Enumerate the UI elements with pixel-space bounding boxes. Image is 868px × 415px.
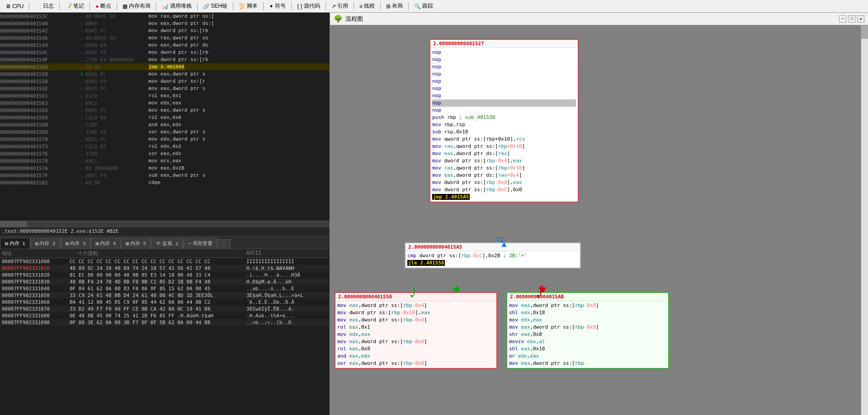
disasm-row[interactable]: 0000000000401545 . 48:8B45 10 mov rax,qw… [0, 34, 330, 42]
mem-addr: 00007FF902331030 [2, 279, 70, 285]
flow-line-jmp: jmp 2.4015A5 [432, 193, 576, 201]
mem-ascii: H.D$pM.ø.Á...ôH [246, 279, 328, 285]
disasm-row[interactable]: 000000000040154C . 8945 F8 mov dword ptr… [0, 49, 330, 56]
memory-row[interactable]: 00007FF902331050 33 C9 24 61 48 8B D4 24… [0, 292, 330, 299]
flow-graph-content[interactable]: 2.000000000401527 nop nop nop nop nop no… [330, 25, 868, 415]
flow-graph-titlebar: 🌳 流程图 — □ ✕ [330, 13, 868, 25]
flow-line: nop [432, 78, 576, 85]
cpu-tab[interactable]: 🖥 CPU [2, 2, 27, 10]
seh-tab[interactable]: 🔗 SEH链 [199, 1, 231, 11]
scrollbar-thumb-v[interactable] [861, 25, 868, 39]
source-tab[interactable]: { } 源代码 [293, 1, 323, 11]
memory-row[interactable]: 00007FF902331080 0E 48 8B 45 00 74 25 41… [0, 312, 330, 319]
status-bar: .text:000000000040152E 2.exe:$152E #B2E [0, 227, 330, 236]
disasm-row[interactable]: 000000000040157F . 2B45 F4 sub eax,dword… [0, 172, 330, 179]
disasm-row[interactable]: 000000000040156B . 21D0 and eax,edx [0, 121, 330, 128]
disasm-row[interactable]: 0000000000401549 . 8B40 04 mov eax,dword… [0, 42, 330, 49]
disasm-row[interactable]: 000000000040157A . B8 2B000000 mov eax,0… [0, 165, 330, 172]
memory3-tab[interactable]: ▦ 内存 3 [61, 238, 91, 249]
disasm-row[interactable]: 000000000040154F . C745 F4 00000000 mov … [0, 56, 330, 63]
flow-node-2[interactable]: 2.00000000004015A5 cmp dword ptr ss:[rbp… [405, 242, 581, 269]
scrollbar-thumb[interactable] [0, 221, 27, 227]
mem-ascii: 3É$aH.Ô$aH.L...>ã×L [246, 292, 328, 298]
mem3-icon: ▦ [66, 241, 69, 246]
disasm-addr: 0000000000401563 [0, 100, 80, 106]
memory-row[interactable]: 00007FF902331030 48 8B F4 24 70 4D 8B F8… [0, 278, 330, 285]
thread-tab[interactable]: ≡ 线程 [356, 1, 378, 11]
flow-node-3[interactable]: 2.0000000000401558 mov eax,dword ptr ss:… [335, 292, 497, 369]
flow-node-1-header: 2.000000000401527 [430, 40, 578, 48]
note-icon: 📝 [65, 3, 72, 9]
more-icon: … [222, 241, 226, 247]
disasm-row[interactable]: 0000000000401576 . 31D0 xor eax,edx [0, 150, 330, 157]
note-tab[interactable]: 📝 笔记 [61, 1, 88, 11]
disasm-addr: 000000000040156D [0, 129, 80, 135]
symbol-tab[interactable]: ✦ 符号 [265, 1, 289, 11]
mem-ascii: ..ab....ú...b..E [246, 286, 328, 292]
memory-row[interactable]: 00007FF902331010 48 89 5C 24 10 48 89 74… [0, 265, 330, 272]
disasm-row[interactable]: 0000000000401578 . 89C1 mov ecx,eax [0, 157, 330, 165]
disassembly-view[interactable]: 000000000040153C . 48:8B45 10 mov rax,qw… [0, 13, 330, 221]
disasm-row[interactable]: 000000000040155E . 8B45 FC mov eax,dword… [0, 85, 330, 92]
trace-tab[interactable]: 🔍 跟踪 [410, 1, 437, 11]
disasm-bytes: 8B45 FC [85, 86, 149, 92]
disasm-row[interactable]: 000000000040155B . 8945 F0 mov dword ptr… [0, 78, 330, 85]
disasm-row[interactable]: 0000000000401568 . C1C0 08 rol eax,0x8 [0, 114, 330, 121]
disasm-row[interactable]: 0000000000401540 . 8B00 mov eax,dword pt… [0, 20, 330, 27]
separator [156, 2, 156, 10]
disasm-row[interactable]: 0000000000401582 . 48:98 cdqe [0, 179, 330, 186]
minimize-button[interactable]: — [839, 15, 846, 23]
status-text: .text:000000000040152E 2.exe:$152E #B2E [2, 228, 118, 234]
memory-row[interactable]: 00007FF902331040 0F 84 61 62 0A 00 83 FA… [0, 285, 330, 292]
flow-line: or edx,eax [509, 353, 666, 360]
callstack-tab[interactable]: 📊 调用堆栈 [158, 1, 195, 11]
locals-tab[interactable]: ⊸ 局部变量 [183, 238, 217, 249]
memory2-tab[interactable]: ▦ 内存 2 [30, 238, 61, 249]
flow-line: and eax,edx [337, 353, 495, 360]
memory5-tab[interactable]: ▦ 内存 5 [121, 238, 151, 249]
memory4-tab[interactable]: ▦ 内存 4 [90, 238, 121, 249]
disasm-row[interactable]: 0000000000401563 . 89C2 mov edx,eax [0, 99, 330, 107]
flow-node-4[interactable]: 2.00000000004015AB mov eax,dword ptr ss:… [506, 292, 669, 369]
mem-ascii: .ì....H...ã....H3Ä [246, 272, 328, 278]
memory-row[interactable]: 00007FF902331000 CC CC CC CC CC CC CC CC… [0, 258, 330, 265]
toolbar: 🖥 CPU 📄 日志 📝 笔记 ● 断点 ▦ 内存布局 📊 调用堆栈 🔗 SEH… [0, 0, 868, 13]
more-tab[interactable]: … [217, 239, 231, 249]
layout-tab[interactable]: ⊞ 布局 [382, 1, 406, 11]
close-button[interactable]: ✕ [857, 15, 864, 23]
flow-line: cmp dword ptr ss:[rbp-0xC],0x2B ; 2B:'+' [407, 252, 578, 259]
memory-row[interactable]: 00007FF902331020 81 EC 80 00 00 00 48 8B… [0, 272, 330, 278]
memory1-tab[interactable]: ▦ 内存 1 [0, 238, 30, 249]
flow-line-highlighted: nop [432, 99, 576, 107]
breakpoint-tab[interactable]: ● 断点 [92, 1, 114, 11]
watch1-tab[interactable]: 👁 监视 1 [151, 238, 183, 249]
disasm-row[interactable]: 0000000000401556 . EB 4D jmp 2.4015A5 [0, 63, 330, 71]
disasm-addr: 000000000040155E [0, 86, 80, 92]
disasm-row[interactable]: 000000000040156D . 3345 F8 xor eax,dword… [0, 128, 330, 136]
ref-tab[interactable]: ↗ 引用 [328, 1, 352, 11]
memory-row[interactable]: 00007FF902331060 B4 41 12 00 45 85 C9 0F… [0, 299, 330, 306]
disasm-bytes: 8B45 FC [85, 108, 149, 113]
mem-addr: 00007FF902331050 [2, 292, 70, 298]
flow-node-1[interactable]: 2.000000000401527 nop nop nop nop nop no… [429, 39, 579, 203]
memory-row[interactable]: 00007FF902331090 0F 88 3E 62 0A 00 3B F7… [0, 319, 330, 326]
disasm-row[interactable]: 0000000000401573 . C1C2 02 rol edx,0x2 [0, 143, 330, 150]
memory-layout-tab[interactable]: ▦ 内存布局 [119, 1, 154, 11]
disasm-row[interactable]: 0000000000401561 . D1C0 rol eax,0x1 [0, 92, 330, 99]
mem-ascii: ΙΙΙΙΙΙΙΙΙΙΙΙΙΙΙΙ [246, 259, 328, 264]
maximize-button[interactable]: □ [848, 15, 855, 23]
disasm-row[interactable]: 0000000000401570 . 8B55 FC mov edx,dword… [0, 136, 330, 143]
flow-line: sub rsp,0x10 [432, 128, 576, 136]
memory-row[interactable]: 00007FF902331070 33 D2 49 F7 F0 49 FF CE… [0, 306, 330, 312]
disasm-row[interactable]: 0000000000401542 . 8945 FC mov dword ptr… [0, 27, 330, 34]
disasm-bytes: 31D0 [85, 151, 149, 157]
disasm-row[interactable]: 000000000040153C . 48:8B45 10 mov rax,qw… [0, 13, 330, 20]
mem-addr: 00007FF902331090 [2, 320, 70, 325]
disasm-row[interactable]: 0000000000401565 . 8B45 FC mov eax,dword… [0, 107, 330, 114]
disasm-row[interactable]: 0000000000401558 > 8B45 FC mov eax,dword… [0, 71, 330, 78]
right-scrollbar[interactable] [861, 25, 868, 415]
horizontal-scrollbar[interactable] [0, 221, 330, 227]
script-tab[interactable]: 📜 脚本 [235, 1, 261, 11]
log-tab[interactable]: 📄 日志 [31, 1, 57, 11]
disasm-bytes: C1C2 02 [85, 144, 149, 150]
